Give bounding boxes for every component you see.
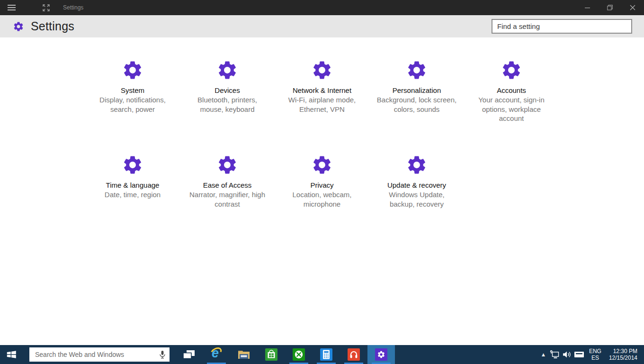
category-grid: System Display, notifications, search, p… [85, 37, 559, 242]
window-titlebar: Settings [0, 0, 644, 15]
start-button[interactable] [0, 345, 23, 364]
minimize-button[interactable] [576, 0, 599, 15]
tile-description: Date, time, region [91, 190, 174, 200]
clock-date: 12/15/2014 [609, 355, 637, 361]
tile-title: Network & Internet [275, 86, 369, 94]
category-gear-icon [501, 59, 522, 81]
tile-title: Devices [180, 86, 275, 94]
tile-description: Location, webcam, microphone [281, 190, 363, 209]
network-icon[interactable] [548, 345, 561, 364]
taskbar-search-input[interactable] [29, 351, 155, 358]
category-gear-icon [216, 154, 238, 176]
tile-privacy[interactable]: Privacy Location, webcam, microphone [275, 147, 369, 242]
language-secondary: ES [589, 355, 601, 361]
tile-system[interactable]: System Display, notifications, search, p… [85, 52, 180, 147]
tile-description: Background, lock screen, colors, sounds [376, 95, 458, 114]
close-button[interactable] [621, 0, 644, 15]
tile-description: Display, notifications, search, power [91, 95, 174, 114]
tile-description: Bluetooth, printers, mouse, keyboard [186, 95, 268, 114]
settings-content: System Display, notifications, search, p… [0, 37, 644, 345]
contact-support-button[interactable] [340, 345, 367, 364]
hamburger-menu-icon[interactable] [0, 0, 23, 15]
calculator-button[interactable] [313, 345, 340, 364]
settings-header: Settings [0, 15, 644, 37]
tile-ease-of-access[interactable]: Ease of Access Narrator, magnifier, high… [180, 147, 275, 242]
settings-gear-icon [13, 21, 24, 32]
category-gear-icon [406, 59, 428, 81]
tile-time-language[interactable]: Time & language Date, time, region [85, 147, 180, 242]
window-title: Settings [63, 4, 83, 11]
tile-title: Update & recovery [369, 181, 464, 189]
tile-network-internet[interactable]: Network & Internet Wi-Fi, airplane mode,… [275, 52, 369, 147]
language-indicator[interactable]: ENG ES [589, 348, 601, 361]
system-tray: ▲ ENG ES 12:30 PM 12/15/20 [538, 345, 644, 364]
category-gear-icon [122, 154, 143, 176]
restore-button[interactable] [599, 0, 621, 15]
tile-title: Personalization [369, 86, 464, 94]
tile-title: System [85, 86, 180, 94]
tile-description: Your account, sign-in options, workplace… [470, 95, 553, 123]
fullscreen-expand-icon[interactable] [35, 0, 57, 15]
tile-title: Time & language [85, 181, 180, 189]
find-setting-input[interactable] [492, 19, 632, 34]
clock-time: 12:30 PM [609, 348, 637, 355]
task-view-button[interactable] [175, 345, 203, 364]
volume-icon[interactable] [561, 345, 573, 364]
taskbar-apps: e [175, 345, 395, 364]
touch-keyboard-icon[interactable] [573, 345, 585, 364]
tile-description: Wi-Fi, airplane mode, Ethernet, VPN [281, 95, 363, 114]
tile-devices[interactable]: Devices Bluetooth, printers, mouse, keyb… [180, 52, 275, 147]
tile-personalization[interactable]: Personalization Background, lock screen,… [369, 52, 464, 147]
clock[interactable]: 12:30 PM 12/15/2014 [609, 348, 637, 361]
tile-accounts[interactable]: Accounts Your account, sign-in options, … [464, 52, 559, 147]
xbox-icon [292, 348, 305, 361]
tile-description: Narrator, magnifier, high contrast [186, 190, 268, 209]
page-title: Settings [31, 19, 74, 33]
settings-app-button[interactable] [367, 345, 395, 364]
internet-explorer-button[interactable]: e [203, 345, 230, 364]
taskbar: e [0, 345, 644, 364]
tile-title: Accounts [464, 86, 559, 94]
store-button[interactable] [258, 345, 285, 364]
tile-update-recovery[interactable]: Update & recovery Windows Update, backup… [369, 147, 464, 242]
language-primary: ENG [589, 348, 601, 355]
category-gear-icon [122, 59, 143, 81]
category-gear-icon [216, 59, 238, 81]
taskbar-search-box [29, 347, 170, 362]
tile-title: Ease of Access [180, 181, 275, 189]
xbox-button[interactable] [285, 345, 313, 364]
headphones-icon [347, 348, 360, 361]
show-hidden-icons-chevron[interactable]: ▲ [538, 352, 548, 357]
internet-explorer-icon: e [210, 348, 223, 361]
file-explorer-icon [237, 349, 250, 360]
tile-description: Windows Update, backup, recovery [376, 190, 458, 209]
category-gear-icon [406, 154, 428, 176]
file-explorer-button[interactable] [230, 345, 258, 364]
category-gear-icon [311, 154, 333, 176]
tile-title: Privacy [275, 181, 369, 189]
microphone-icon[interactable] [155, 350, 170, 359]
store-icon [265, 348, 278, 361]
calculator-icon [320, 348, 333, 361]
category-gear-icon [311, 59, 333, 81]
